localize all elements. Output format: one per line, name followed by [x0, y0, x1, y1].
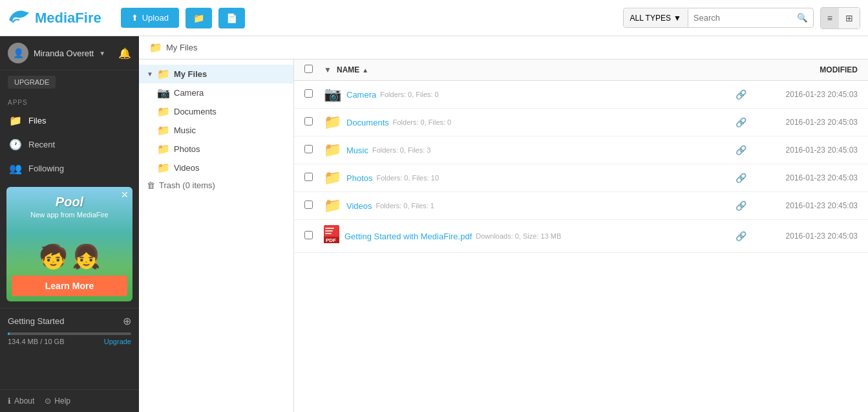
upgrade-button[interactable]: UPGRADE	[8, 76, 56, 89]
file-meta-camera: Folders: 0, Files: 0	[380, 91, 438, 98]
storage-bar-bg	[8, 332, 131, 335]
tree-item-trash[interactable]: 🗑 Trash (0 items)	[139, 177, 293, 193]
row-check-documents[interactable]	[304, 117, 313, 125]
header-sort[interactable]: ▼	[324, 65, 337, 74]
folder-icon-documents: 📁	[324, 114, 341, 131]
new-file-button[interactable]: 📄	[218, 8, 245, 28]
about-item[interactable]: ℹ About	[8, 396, 34, 406]
apps-label: APPS	[0, 94, 139, 109]
select-all-checkbox[interactable]	[304, 65, 313, 73]
table-row: 📷 Camera Folders: 0, Files: 0 🔗 2016-01-…	[294, 81, 868, 109]
sidebar-user-area: 👤 Miranda Overett ▼ 🔔	[0, 36, 139, 70]
link-icon-documents[interactable]: 🔗	[736, 117, 746, 127]
grid-view-button[interactable]: ⊞	[839, 8, 860, 28]
pdf-icon: PDF	[324, 225, 339, 247]
tree-item-camera-label: Camera	[174, 88, 204, 98]
tree-item-myfiles[interactable]: ▼ 📁 My Files	[139, 65, 293, 83]
folder-icon-photos: 📁	[324, 169, 341, 186]
file-name-pdf[interactable]: Getting Started with MediaFire.pdf	[344, 232, 472, 241]
tree-item-trash-label: Trash (0 items)	[159, 180, 215, 190]
about-label: About	[14, 396, 34, 406]
following-icon: 👥	[9, 162, 22, 175]
main-layout: 👤 Miranda Overett ▼ 🔔 UPGRADE APPS 📁 Fil…	[0, 36, 868, 412]
link-icon-camera[interactable]: 🔗	[736, 89, 746, 100]
storage-bar-fill	[8, 332, 10, 335]
file-meta-videos: Folders: 0, Files: 1	[376, 202, 434, 210]
file-meta-documents: Folders: 0, Files: 0	[393, 118, 451, 126]
tree-item-camera[interactable]: 📷 Camera	[139, 83, 293, 102]
list-view-button[interactable]: ≡	[821, 8, 839, 28]
link-icon-pdf[interactable]: 🔗	[736, 231, 746, 241]
svg-rect-3	[325, 228, 334, 229]
user-dropdown-icon[interactable]: ▼	[99, 50, 105, 57]
sidebar-item-following-label: Following	[28, 164, 64, 173]
tree-item-music-label: Music	[174, 125, 196, 135]
tree-folder-icon-camera: 📷	[157, 87, 170, 99]
tree-item-music[interactable]: 📁 Music	[139, 121, 293, 140]
ad-close-button[interactable]: ✕	[121, 190, 129, 200]
header-name[interactable]: NAME ▲	[337, 65, 754, 74]
search-input[interactable]	[688, 8, 792, 27]
file-modified-photos: 2016-01-23 20:45:03	[754, 173, 858, 182]
file-meta-music: Folders: 0, Files: 3	[372, 146, 430, 154]
user-name: Miranda Overett	[34, 49, 94, 58]
ad-title: Pool	[6, 187, 132, 211]
upload-icon: ⬆	[131, 13, 138, 23]
storage-text: 134.4 MB / 10 GB Upgrade	[8, 338, 131, 345]
folder-icon-music: 📁	[324, 142, 341, 158]
file-modified-videos: 2016-01-23 20:45:03	[754, 201, 858, 210]
sidebar-item-following[interactable]: 👥 Following	[0, 157, 139, 180]
row-check-pdf[interactable]	[304, 231, 313, 239]
top-header: MediaFire ⬆ Upload 📁 📄 ALL TYPES ▼ 🔍 ≡ ⊞	[0, 0, 868, 36]
link-icon-music[interactable]: 🔗	[736, 145, 746, 155]
tree-item-documents-label: Documents	[174, 107, 217, 116]
getting-started-add-icon[interactable]: ⊕	[123, 315, 131, 327]
sidebar-item-files-label: Files	[28, 116, 46, 125]
learn-more-button[interactable]: Learn More	[12, 276, 127, 296]
row-check-photos[interactable]	[304, 173, 313, 181]
tree-folder-icon-documents: 📁	[157, 105, 170, 118]
search-area: ALL TYPES ▼ 🔍	[623, 8, 814, 28]
header-check	[304, 65, 324, 75]
link-icon-photos[interactable]: 🔗	[736, 173, 746, 183]
link-icon-videos[interactable]: 🔗	[736, 201, 746, 211]
new-folder-icon: 📁	[193, 13, 204, 23]
all-types-button[interactable]: ALL TYPES ▼	[624, 9, 688, 27]
search-button[interactable]: 🔍	[792, 8, 813, 27]
storage-upgrade-link[interactable]: Upgrade	[104, 338, 131, 345]
storage-used: 134.4 MB / 10 GB	[8, 338, 64, 345]
view-toggle: ≡ ⊞	[820, 7, 860, 29]
tree-item-videos[interactable]: 📁 Videos	[139, 158, 293, 177]
file-name-camera[interactable]: Camera	[346, 90, 376, 100]
tree-folder-icon-music: 📁	[157, 124, 170, 136]
getting-started-label: Getting Started	[8, 316, 64, 326]
new-folder-button[interactable]: 📁	[185, 8, 212, 28]
two-pane: ▼ 📁 My Files 📷 Camera 📁 Documents 📁 Musi…	[139, 60, 868, 412]
file-name-photos[interactable]: Photos	[346, 173, 372, 183]
table-row: 📁 Photos Folders: 0, Files: 10 🔗 2016-01…	[294, 164, 868, 192]
help-label: Help	[54, 396, 70, 406]
file-name-documents[interactable]: Documents	[346, 118, 389, 127]
sidebar-item-files[interactable]: 📁 Files	[0, 109, 139, 133]
dropdown-icon: ▼	[673, 14, 681, 23]
row-check-videos[interactable]	[304, 201, 313, 209]
user-info: 👤 Miranda Overett ▼	[8, 43, 105, 63]
row-check-camera[interactable]	[304, 89, 313, 98]
file-name-videos[interactable]: Videos	[346, 201, 372, 211]
row-check-music[interactable]	[304, 145, 313, 153]
ad-character-2: 👧	[72, 243, 101, 270]
help-item[interactable]: ⊙ Help	[45, 396, 70, 406]
file-name-music[interactable]: Music	[346, 146, 368, 155]
sort-icon: ▼	[324, 65, 332, 74]
file-list-header: ▼ NAME ▲ MODIFIED	[294, 60, 868, 81]
sidebar: 👤 Miranda Overett ▼ 🔔 UPGRADE APPS 📁 Fil…	[0, 36, 139, 412]
logo-bird-icon	[8, 7, 31, 29]
tree-item-documents[interactable]: 📁 Documents	[139, 102, 293, 121]
getting-started: Getting Started ⊕ 134.4 MB / 10 GB Upgra…	[0, 308, 139, 352]
upload-button[interactable]: ⬆ Upload	[121, 8, 179, 28]
name-sort-arrow: ▲	[362, 67, 368, 74]
tree-item-photos[interactable]: 📁 Photos	[139, 140, 293, 158]
bell-icon[interactable]: 🔔	[118, 47, 131, 60]
sidebar-item-recent[interactable]: 🕐 Recent	[0, 133, 139, 157]
logo: MediaFire	[8, 7, 101, 29]
